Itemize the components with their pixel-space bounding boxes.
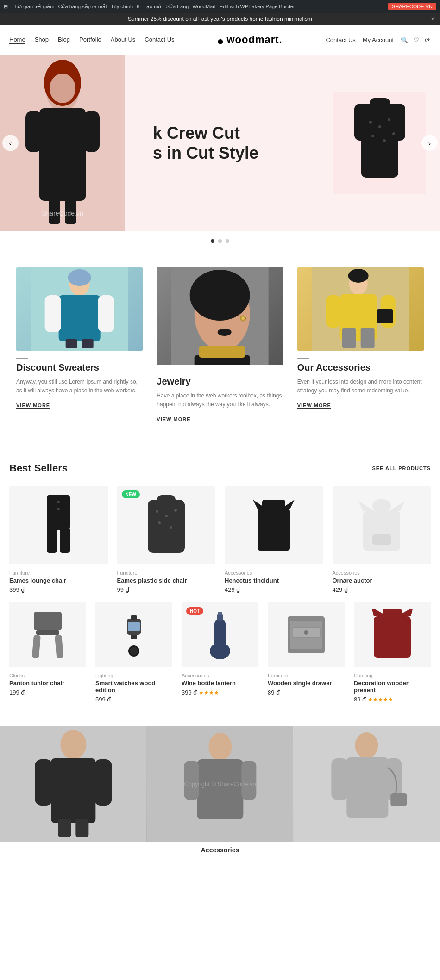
sweaters-view-more[interactable]: VIEW MORE — [16, 403, 50, 409]
watermark-left: ShareCode.vn — [42, 210, 83, 217]
svg-rect-104 — [332, 758, 348, 800]
svg-rect-23 — [45, 295, 61, 332]
product-card: NEW Furniture Eames plastic side chair 9… — [117, 486, 216, 593]
nav-portfolio[interactable]: Portfolio — [79, 36, 101, 44]
footer-banners: Copyright © ShareCode.vn — [0, 726, 440, 842]
product-name: Eames lounge chair — [9, 577, 108, 584]
product-card: Furniture Wooden single drawer 89 ₫ — [268, 602, 345, 703]
copyright-text: Copyright © ShareCode.vn — [184, 781, 256, 788]
admin-new-item[interactable]: Tạo mới — [143, 4, 163, 10]
sweaters-image — [16, 267, 143, 351]
jewelry-image — [157, 267, 283, 365]
svg-rect-67 — [34, 612, 62, 630]
svg-rect-40 — [342, 328, 356, 348]
svg-rect-95 — [75, 819, 88, 837]
svg-rect-91 — [51, 758, 95, 823]
product-name: Ornare auctor — [333, 577, 431, 584]
slider-prev-button[interactable]: ‹ — [2, 135, 19, 151]
jewelry-view-more[interactable]: VIEW MORE — [157, 416, 190, 422]
right-my-account[interactable]: My Account — [363, 37, 394, 43]
product-thumb[interactable]: HOT — [182, 602, 258, 667]
cat-line-accessories — [297, 358, 309, 359]
svg-rect-11 — [354, 104, 368, 141]
svg-rect-5 — [25, 111, 42, 152]
svg-rect-51 — [148, 500, 185, 553]
product-category: Lighting — [95, 673, 172, 678]
admin-site-label[interactable]: Thời gian tiết giảm — [12, 4, 55, 10]
product-thumb[interactable] — [95, 602, 172, 667]
product-card: Accessories Henectus tincidunt 429 ₫ — [225, 486, 323, 593]
badge-hot: HOT — [186, 607, 203, 615]
nav-home[interactable]: Home — [9, 36, 25, 44]
promo-close-button[interactable]: ✕ — [431, 16, 435, 22]
admin-store-front[interactable]: Cửa hàng sắp ra mắt — [58, 4, 107, 10]
dot-3[interactable] — [226, 239, 229, 243]
footer-banner-3[interactable] — [293, 726, 440, 842]
cat-line — [16, 358, 28, 359]
svg-point-33 — [242, 317, 245, 320]
hero-title: k Crew Cut s in Cut Style — [153, 123, 306, 163]
product-category: Accessories — [225, 570, 323, 576]
admin-post-count[interactable]: 6 — [137, 4, 139, 9]
svg-rect-48 — [60, 527, 70, 553]
svg-point-65 — [372, 499, 391, 513]
product-category: Furniture — [117, 570, 216, 576]
product-name: Henectus tincidunt — [225, 577, 323, 584]
svg-rect-4 — [39, 108, 86, 201]
product-thumb[interactable] — [225, 486, 323, 564]
admin-bar: ⊞ Thời gian tiết giảm Cửa hàng sắp ra mắ… — [0, 0, 440, 13]
nav-contact-us[interactable]: Contact Us — [145, 36, 174, 44]
svg-point-54 — [165, 515, 168, 517]
svg-rect-13 — [370, 98, 390, 107]
svg-point-50 — [57, 508, 60, 510]
admin-customize[interactable]: Tùy chỉnh — [111, 4, 133, 10]
admin-edit-builder[interactable]: Edit with WPBakery Page Builder — [220, 4, 295, 9]
accessories-image — [297, 267, 424, 351]
sweaters-desc: Anyway, you still use Lorem Ipsum and ri… — [16, 378, 143, 395]
cat-line-jewelry — [157, 372, 168, 372]
site-logo[interactable]: ⬤ woodmart. — [175, 34, 326, 46]
product-price: 99 ₫ — [117, 586, 216, 593]
product-category: Cooking — [354, 673, 431, 678]
hero-content: k Crew Cut s in Cut Style — [125, 105, 333, 181]
svg-rect-61 — [262, 500, 285, 510]
right-contact-us[interactable]: Contact Us — [326, 37, 355, 43]
header-icons: 🔍 ♡ 🛍 — [401, 37, 431, 43]
svg-point-76 — [130, 647, 138, 655]
cart-icon[interactable]: 🛍 — [425, 37, 431, 43]
svg-point-57 — [170, 526, 172, 529]
products-grid-row1: Furniture Eames lounge chair 399 ₫ NEW — [9, 486, 431, 593]
svg-point-49 — [57, 501, 60, 503]
nav-shop[interactable]: Shop — [35, 36, 49, 44]
product-price: 429 ₫ — [333, 586, 431, 593]
accessories-view-more[interactable]: VIEW MORE — [297, 403, 331, 409]
footer-banner-2[interactable]: Copyright © ShareCode.vn — [147, 726, 294, 842]
accessories-desc: Even if your less into design and more i… — [297, 378, 424, 395]
sweaters-title: Discount Sweaters — [16, 362, 143, 373]
product-thumb[interactable] — [333, 486, 431, 564]
promo-text: Summer 25% discount on all last year's p… — [128, 16, 312, 22]
see-all-products-link[interactable]: SEE ALL PRODUCTS — [372, 465, 431, 471]
product-thumb[interactable] — [354, 602, 431, 667]
svg-rect-70 — [55, 635, 63, 658]
svg-point-56 — [158, 521, 161, 524]
dot-1[interactable] — [211, 239, 214, 243]
product-price: 599 ₫ — [95, 696, 172, 703]
product-thumb[interactable] — [9, 602, 86, 667]
admin-woodmart[interactable]: WoodMart — [192, 4, 216, 9]
product-thumb[interactable] — [9, 486, 108, 564]
search-icon[interactable]: 🔍 — [401, 37, 408, 43]
admin-edit-page[interactable]: Sửa trang — [166, 4, 189, 10]
product-thumb[interactable]: NEW — [117, 486, 216, 564]
product-category: Accessories — [333, 570, 431, 576]
wishlist-icon[interactable]: ♡ — [414, 37, 419, 43]
footer-banner-1[interactable] — [0, 726, 147, 842]
product-thumb[interactable] — [268, 602, 345, 667]
nav-blog[interactable]: Blog — [58, 36, 70, 44]
product-card: Cooking Decoration wooden present 89 ₫ ★… — [354, 602, 431, 703]
nav-about-us[interactable]: About Us — [111, 36, 135, 44]
category-jewelry: Jewelry Have a place in the web workers … — [150, 261, 290, 430]
product-category: Accessories — [182, 673, 258, 678]
dot-2[interactable] — [218, 239, 222, 243]
slider-next-button[interactable]: › — [421, 135, 438, 151]
